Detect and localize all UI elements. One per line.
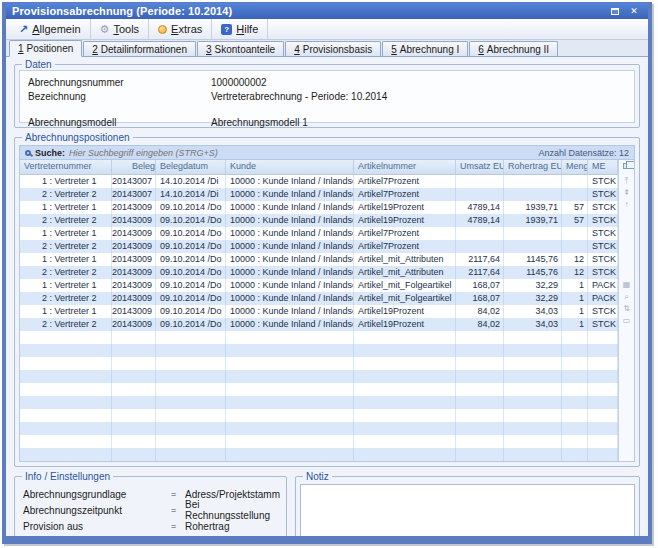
cell-belegdatum: 09.10.2014 /Do bbox=[156, 253, 226, 266]
cell-rohertrag bbox=[504, 435, 562, 448]
table-row[interactable]: 1 : Vertreter 1 20143009 09.10.2014 /Do … bbox=[20, 227, 618, 240]
cell-artikelnummer bbox=[354, 448, 456, 461]
table-row[interactable] bbox=[20, 396, 618, 409]
zoom-icon[interactable]: ⌕ bbox=[624, 291, 628, 303]
scroll-up-icon[interactable]: ↑ bbox=[625, 199, 629, 211]
cell-me: STCK bbox=[588, 227, 618, 240]
cell-belegdatum bbox=[156, 357, 226, 370]
cell-artikelnummer: Artikel7Prozent bbox=[354, 227, 456, 240]
tab-abrechnung-1[interactable]: 5Abrechnung I bbox=[382, 41, 468, 56]
cell-belegdatum: 09.10.2014 /Do bbox=[156, 227, 226, 240]
search-input[interactable] bbox=[69, 148, 534, 158]
tab-detailinformationen[interactable]: 2Detailinformationen bbox=[83, 41, 196, 56]
cell-beleg: 20143009 bbox=[112, 266, 156, 279]
col-me[interactable]: ME bbox=[588, 160, 618, 174]
col-kunde[interactable]: Kunde bbox=[226, 160, 354, 174]
cell-vertreternummer: 2 : Vertreter 2 bbox=[20, 292, 112, 305]
cell-kunde bbox=[226, 396, 354, 409]
col-menge[interactable]: Menge bbox=[562, 160, 588, 174]
table-row[interactable]: 1 : Vertreter 1 20143009 09.10.2014 /Do … bbox=[20, 279, 618, 292]
cell-rohertrag bbox=[504, 227, 562, 240]
cell-umsatz bbox=[456, 422, 504, 435]
notiz-textarea[interactable] bbox=[300, 484, 635, 536]
cell-menge: 1 bbox=[562, 279, 588, 292]
cell-menge bbox=[562, 370, 588, 383]
col-umsatz[interactable]: Umsatz EUR bbox=[456, 160, 504, 174]
cell-menge: 1 bbox=[562, 292, 588, 305]
restore-button[interactable] bbox=[607, 5, 623, 18]
cell-umsatz: 2117,64 bbox=[456, 266, 504, 279]
cell-kunde bbox=[226, 383, 354, 396]
copy-pages-icon[interactable] bbox=[623, 163, 631, 169]
cell-artikelnummer: Artikel_mit_Attributen bbox=[354, 253, 456, 266]
cell-rohertrag bbox=[504, 175, 562, 188]
columns-icon[interactable]: ▦ bbox=[623, 279, 631, 291]
record-count: Anzahl Datensätze: 12 bbox=[538, 148, 629, 158]
cell-vertreternummer bbox=[20, 344, 112, 357]
sort-icon[interactable]: ⇅ bbox=[623, 303, 630, 315]
cell-menge bbox=[562, 448, 588, 461]
info-row-zeitpunkt: Abrechnungszeitpunkt = Bei Rechnungsstel… bbox=[23, 502, 280, 518]
table-row[interactable] bbox=[20, 344, 618, 357]
tab-abrechnung-2[interactable]: 6Abrechnung II bbox=[469, 41, 558, 56]
cell-rohertrag: 1939,71 bbox=[504, 201, 562, 214]
cell-belegdatum bbox=[156, 409, 226, 422]
cell-belegdatum: 09.10.2014 /Do bbox=[156, 240, 226, 253]
col-artikelnummer[interactable]: Artikelnummer bbox=[354, 160, 456, 174]
cell-beleg bbox=[112, 409, 156, 422]
cell-menge bbox=[562, 188, 588, 201]
table-row[interactable]: 2 : Vertreter 2 20143009 09.10.2014 /Do … bbox=[20, 318, 618, 331]
col-belegdatum[interactable]: Belegdatum bbox=[156, 160, 226, 174]
cell-kunde: 10000 : Kunde Inland / Inlandsort bbox=[226, 292, 354, 305]
cell-belegdatum: 09.10.2014 /Do bbox=[156, 292, 226, 305]
menu-hilfe[interactable]: ? Hilfe bbox=[212, 19, 268, 39]
cell-rohertrag bbox=[504, 240, 562, 253]
scroll-page-up-icon[interactable]: ⇞ bbox=[623, 187, 630, 199]
table-row[interactable]: 1 : Vertreter 1 20143009 09.10.2014 /Do … bbox=[20, 201, 618, 214]
table-row[interactable]: 2 : Vertreter 2 20143007 14.10.2014 /Di … bbox=[20, 188, 618, 201]
col-beleg[interactable]: Beleg bbox=[112, 160, 156, 174]
cell-beleg bbox=[112, 383, 156, 396]
cell-umsatz bbox=[456, 370, 504, 383]
table-row[interactable] bbox=[20, 448, 618, 461]
scroll-top-icon[interactable]: ⤒ bbox=[625, 175, 629, 187]
cell-artikelnummer: Artikel19Prozent bbox=[354, 214, 456, 227]
cell-rohertrag: 1145,76 bbox=[504, 253, 562, 266]
cell-me bbox=[588, 357, 618, 370]
cell-umsatz bbox=[456, 188, 504, 201]
table-row[interactable]: 2 : Vertreter 2 20143009 09.10.2014 /Do … bbox=[20, 240, 618, 253]
tab-positionen[interactable]: 1Positionen bbox=[9, 40, 82, 57]
table-row[interactable]: 1 : Vertreter 1 20143009 09.10.2014 /Do … bbox=[20, 305, 618, 318]
cell-me bbox=[588, 344, 618, 357]
cell-me bbox=[588, 422, 618, 435]
cell-artikelnummer: Artikel7Prozent bbox=[354, 188, 456, 201]
table-row[interactable]: 2 : Vertreter 2 20143009 09.10.2014 /Do … bbox=[20, 266, 618, 279]
info-value: Adress/Projektstamm bbox=[185, 489, 280, 500]
cell-vertreternummer bbox=[20, 370, 112, 383]
table-row[interactable] bbox=[20, 383, 618, 396]
cell-kunde bbox=[226, 422, 354, 435]
info-legend: Info / Einstellungen bbox=[22, 471, 113, 482]
edit-icon[interactable]: ▭ bbox=[623, 315, 631, 327]
table-row[interactable]: 1 : Vertreter 1 20143009 09.10.2014 /Do … bbox=[20, 253, 618, 266]
daten-panel: Abrechnungsnummer 1000000002 Bezeichnung… bbox=[19, 70, 635, 123]
table-row[interactable]: 2 : Vertreter 2 20143009 09.10.2014 /Do … bbox=[20, 292, 618, 305]
table-row[interactable] bbox=[20, 331, 618, 344]
col-rohertrag[interactable]: Rohertrag EUR bbox=[504, 160, 562, 174]
table-row[interactable] bbox=[20, 422, 618, 435]
table-row[interactable]: 2 : Vertreter 2 20143009 09.10.2014 /Do … bbox=[20, 214, 618, 227]
menu-tools[interactable]: ⚙ Tools bbox=[91, 19, 150, 39]
table-row[interactable] bbox=[20, 435, 618, 448]
table-row[interactable] bbox=[20, 357, 618, 370]
table-row[interactable] bbox=[20, 370, 618, 383]
col-vertreternummer[interactable]: Vertreternummer bbox=[20, 160, 112, 174]
menu-extras[interactable]: Extras bbox=[149, 19, 212, 39]
cell-belegdatum: 09.10.2014 /Do bbox=[156, 266, 226, 279]
table-row[interactable] bbox=[20, 409, 618, 422]
field-abrechnungsnummer: Abrechnungsnummer 1000000002 bbox=[28, 75, 626, 89]
tab-provisionsbasis[interactable]: 4Provisionsbasis bbox=[285, 41, 381, 56]
close-button[interactable]: ✕ bbox=[626, 5, 642, 18]
tab-skontoanteile[interactable]: 3Skontoanteile bbox=[197, 41, 284, 56]
table-row[interactable]: 1 : Vertreter 1 20143007 14.10.2014 /Di … bbox=[20, 175, 618, 188]
menu-allgemein[interactable]: ↗ Allgemein bbox=[10, 19, 91, 39]
